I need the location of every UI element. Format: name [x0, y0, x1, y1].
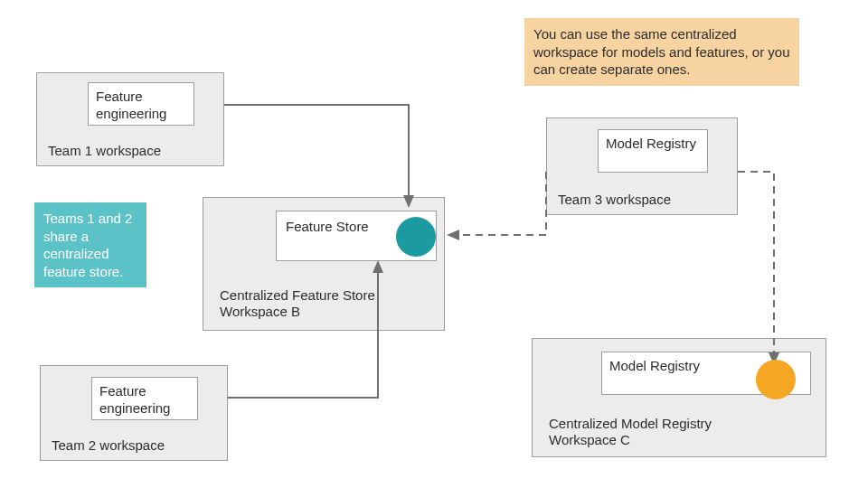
team1-label: Team 1 workspace [44, 143, 165, 160]
model-registry-label: Centralized Model Registry Workspace C [545, 416, 760, 450]
team3-label: Team 3 workspace [554, 192, 675, 209]
model-registry-workspace-box: Model Registry Centralized Model Registr… [532, 338, 826, 457]
team1-feature-engineering-box: Feature engineering [88, 82, 194, 126]
team3-connector-stub [738, 172, 774, 363]
arrow-team1-to-feature-store [224, 105, 409, 206]
feature-store-workspace-box: Feature Store Centralized Feature Store … [203, 197, 445, 331]
team1-workspace-box: Feature engineering Team 1 workspace [36, 72, 224, 166]
team2-feature-engineering-box: Feature engineering [91, 377, 198, 420]
teal-note-callout: Teams 1 and 2 share a centralized featur… [34, 202, 146, 287]
orange-note-callout: You can use the same centralized workspa… [524, 18, 799, 86]
orange-note-text: You can use the same centralized workspa… [533, 26, 789, 77]
teal-note-text: Teams 1 and 2 share a centralized featur… [43, 211, 132, 279]
team2-inner-label: Feature engineering [99, 383, 170, 416]
team3-workspace-box: Model Registry Team 3 workspace [546, 117, 738, 215]
model-registry-inner-label: Model Registry [609, 358, 700, 373]
team2-label: Team 2 workspace [48, 437, 168, 455]
team1-inner-label: Feature engineering [96, 89, 166, 121]
feature-store-inner-label: Feature Store [286, 219, 369, 234]
model-registry-inner-box: Model Registry [601, 352, 811, 395]
team2-workspace-box: Feature engineering Team 2 workspace [40, 365, 228, 461]
team3-model-registry-box: Model Registry [598, 129, 708, 173]
feature-store-label: Centralized Feature Store Workspace B [216, 287, 413, 322]
feature-store-inner-box: Feature Store [276, 211, 437, 261]
team3-inner-label: Model Registry [606, 136, 696, 151]
